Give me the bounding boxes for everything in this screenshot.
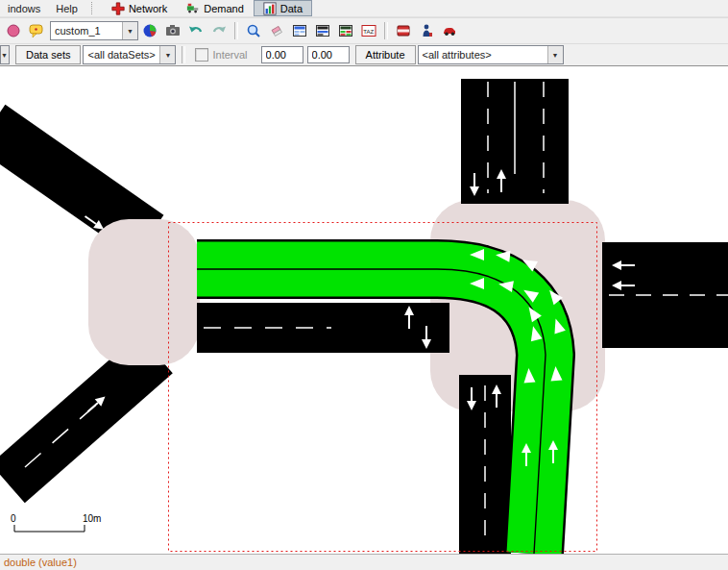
edge-rel-data-icon <box>315 23 330 38</box>
status-bar: double (value1) <box>0 554 728 570</box>
snapshot-icon <box>165 23 181 38</box>
color-scheme-button[interactable] <box>139 20 160 41</box>
interval-checkbox[interactable] <box>195 48 208 62</box>
road-southwest[interactable] <box>8 354 156 483</box>
app-icon-button[interactable] <box>3 20 24 41</box>
undo-icon <box>188 23 204 38</box>
menu-help[interactable]: Help <box>48 1 85 16</box>
taz-icon-text: TAZ <box>363 29 374 35</box>
taz-rel-data-button[interactable] <box>335 20 356 41</box>
network-view[interactable]: 0 10m <box>0 66 728 554</box>
datasets-filter-value: <all dataSets> <box>84 46 159 63</box>
data-sets-button[interactable]: Data sets <box>15 45 81 64</box>
clean-button[interactable] <box>266 20 287 41</box>
menu-windows[interactable]: indows <box>0 1 48 16</box>
vehicle-icon <box>442 23 457 38</box>
zoom-button[interactable] <box>243 20 264 41</box>
clean-icon <box>269 23 284 38</box>
taz-rel-data-icon <box>338 23 353 38</box>
tab-data[interactable]: Data <box>254 0 312 16</box>
chat-button[interactable] <box>26 20 47 41</box>
data-toolbar: ▼ Data sets <all dataSets> ▼ Interval At… <box>0 43 728 66</box>
network-canvas[interactable]: 0 10m <box>0 66 728 554</box>
taz-icon: TAZ <box>361 23 376 38</box>
edit-toolbar: custom_1 ▼ <box>0 17 728 43</box>
app-icon <box>6 23 21 38</box>
tab-network[interactable]: Network <box>102 0 177 16</box>
interval-label: Interval <box>212 49 247 61</box>
person-icon <box>419 23 434 38</box>
dataset-combo[interactable]: custom_1 ▼ <box>50 21 138 40</box>
person-button[interactable] <box>416 20 437 41</box>
demand-icon <box>186 2 200 15</box>
vehicle-button[interactable] <box>439 20 460 41</box>
attributes-filter-value: <all attributes> <box>419 46 547 63</box>
toolbar-grip <box>91 2 98 14</box>
interval-begin-input[interactable] <box>261 46 303 63</box>
edge-data-icon <box>292 23 307 38</box>
chat-icon <box>29 23 44 38</box>
scale-length-label: 10m <box>83 513 101 524</box>
chevron-down-icon[interactable]: ▼ <box>547 46 563 63</box>
edge-data-button[interactable] <box>289 20 310 41</box>
edge-rel-data-button[interactable] <box>312 20 333 41</box>
junction-left[interactable] <box>88 219 200 365</box>
attributes-filter-combo[interactable]: <all attributes> ▼ <box>418 45 564 64</box>
color-scheme-icon <box>142 23 158 38</box>
data-icon <box>263 2 277 15</box>
cropped-combo-arrow[interactable]: ▼ <box>0 45 10 64</box>
interval-end-input[interactable] <box>307 46 350 63</box>
undo-button[interactable] <box>185 20 206 41</box>
network-icon <box>111 2 125 15</box>
tab-network-label: Network <box>129 3 167 14</box>
scale-bar: 0 10m <box>11 513 101 532</box>
chevron-down-icon[interactable]: ▼ <box>159 46 175 63</box>
redo-icon <box>211 23 227 38</box>
chevron-down-icon[interactable]: ▼ <box>122 22 137 39</box>
stop-icon <box>396 23 411 38</box>
tab-demand[interactable]: Demand <box>177 0 254 16</box>
toolbar-separator <box>182 46 185 63</box>
status-message: double (value1) <box>4 557 77 568</box>
taz-button[interactable]: TAZ <box>358 20 379 41</box>
zoom-icon <box>246 23 261 38</box>
toolbar-separator <box>234 22 238 39</box>
tab-data-label: Data <box>280 3 303 14</box>
toolbar-separator <box>384 22 388 39</box>
dataset-combo-value: custom_1 <box>51 22 122 39</box>
scale-zero-label: 0 <box>11 513 16 524</box>
redo-button[interactable] <box>208 20 230 41</box>
menu-bar: indows Help Network Demand <box>0 0 728 17</box>
snapshot-button[interactable] <box>162 20 183 41</box>
datasets-filter-combo[interactable]: <all dataSets> ▼ <box>83 45 176 64</box>
stop-button[interactable] <box>393 20 414 41</box>
app-window: indows Help Network Demand <box>0 0 728 570</box>
tab-demand-label: Demand <box>204 3 244 14</box>
attribute-button[interactable]: Attribute <box>355 45 416 64</box>
